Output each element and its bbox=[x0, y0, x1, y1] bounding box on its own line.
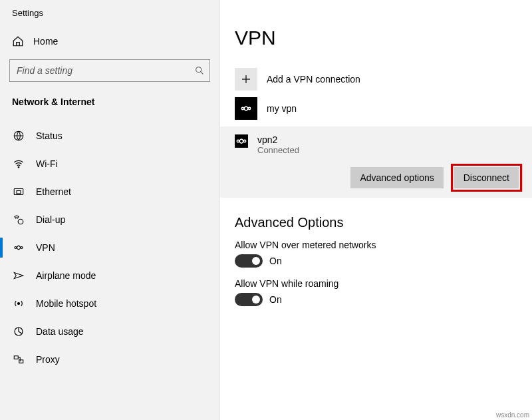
svg-point-3 bbox=[18, 167, 19, 168]
home-icon bbox=[12, 35, 24, 47]
search-wrap bbox=[9, 59, 210, 82]
category-title: Network & Internet bbox=[0, 94, 219, 122]
toggle-metered[interactable] bbox=[235, 254, 263, 268]
home-label: Home bbox=[33, 36, 58, 47]
nav-label: Data usage bbox=[36, 326, 84, 337]
svg-point-18 bbox=[243, 140, 245, 142]
vpn-selected-card: vpn2 Connected Advanced options Disconne… bbox=[220, 126, 532, 198]
nav-label: Wi-Fi bbox=[36, 158, 58, 169]
sidebar-item-dialup[interactable]: Dial-up bbox=[0, 206, 219, 234]
nav-label: Status bbox=[36, 130, 63, 141]
nav-label: Dial-up bbox=[36, 214, 65, 225]
ethernet-icon bbox=[12, 186, 25, 198]
dialup-icon bbox=[12, 214, 25, 226]
svg-point-7 bbox=[15, 247, 17, 249]
status-icon bbox=[12, 130, 25, 142]
disconnect-button[interactable]: Disconnect bbox=[454, 167, 519, 188]
sidebar: Settings Home Network & Internet Status … bbox=[0, 0, 220, 420]
option-metered-label: Allow VPN over metered networks bbox=[235, 240, 517, 250]
svg-rect-11 bbox=[14, 356, 18, 359]
app-title: Settings bbox=[0, 0, 219, 30]
toggle-roaming[interactable] bbox=[235, 293, 263, 306]
svg-point-6 bbox=[18, 219, 23, 224]
nav-list: Status Wi-Fi Ethernet Dial-up VPN bbox=[0, 122, 219, 373]
proxy-icon bbox=[12, 353, 25, 365]
svg-line-1 bbox=[201, 72, 203, 75]
sidebar-item-status[interactable]: Status bbox=[0, 122, 219, 150]
nav-label: Mobile hotspot bbox=[36, 298, 96, 309]
svg-point-15 bbox=[241, 107, 243, 109]
search-input[interactable] bbox=[9, 59, 210, 82]
toggle-roaming-state: On bbox=[269, 294, 282, 305]
sidebar-item-airplane[interactable]: Airplane mode bbox=[0, 262, 219, 290]
wifi-icon bbox=[12, 158, 25, 170]
vpn-icon bbox=[12, 242, 25, 254]
add-vpn-label: Add a VPN connection bbox=[267, 74, 360, 85]
option-roaming-label: Allow VPN while roaming bbox=[235, 278, 517, 289]
airplane-icon bbox=[12, 270, 25, 282]
svg-point-9 bbox=[18, 303, 20, 305]
toggle-metered-state: On bbox=[269, 256, 282, 266]
option-roaming: Allow VPN while roaming On bbox=[235, 278, 517, 306]
plus-icon bbox=[235, 68, 257, 91]
nav-label: VPN bbox=[36, 242, 55, 253]
vpn-entry-name: my vpn bbox=[267, 103, 297, 114]
add-vpn-row[interactable]: Add a VPN connection bbox=[235, 68, 517, 91]
vpn-conn-icon bbox=[235, 134, 248, 148]
svg-rect-5 bbox=[17, 191, 21, 194]
vpn-selected-name: vpn2 bbox=[257, 134, 299, 145]
sidebar-item-home[interactable]: Home bbox=[0, 30, 219, 59]
nav-label: Airplane mode bbox=[36, 270, 96, 281]
advanced-section-title: Advanced Options bbox=[235, 215, 517, 230]
svg-point-17 bbox=[237, 140, 239, 142]
sidebar-item-proxy[interactable]: Proxy bbox=[0, 345, 219, 373]
sidebar-item-hotspot[interactable]: Mobile hotspot bbox=[0, 290, 219, 317]
vpn-entry[interactable]: my vpn bbox=[235, 97, 517, 120]
page-title: VPN bbox=[235, 27, 517, 49]
vpn-conn-icon bbox=[235, 97, 257, 120]
sidebar-item-vpn[interactable]: VPN bbox=[0, 234, 219, 262]
option-metered: Allow VPN over metered networks On bbox=[235, 240, 517, 268]
sidebar-item-ethernet[interactable]: Ethernet bbox=[0, 178, 219, 206]
hotspot-icon bbox=[12, 298, 25, 310]
advanced-options-button[interactable]: Advanced options bbox=[350, 167, 443, 188]
search-icon bbox=[194, 65, 205, 76]
nav-label: Proxy bbox=[36, 354, 60, 365]
data-usage-icon bbox=[12, 325, 25, 337]
svg-point-0 bbox=[196, 67, 201, 73]
vpn-entry-selected[interactable]: vpn2 Connected bbox=[235, 134, 523, 155]
svg-rect-12 bbox=[19, 360, 23, 363]
sidebar-item-wifi[interactable]: Wi-Fi bbox=[0, 150, 219, 178]
sidebar-item-datausage[interactable]: Data usage bbox=[0, 317, 219, 345]
nav-label: Ethernet bbox=[36, 186, 71, 197]
svg-point-16 bbox=[248, 107, 250, 109]
watermark: wsxdn.com bbox=[496, 411, 529, 419]
svg-point-8 bbox=[21, 247, 23, 249]
content: VPN Add a VPN connection my vpn vpn2 Con… bbox=[220, 0, 532, 420]
vpn-selected-status: Connected bbox=[257, 145, 299, 155]
